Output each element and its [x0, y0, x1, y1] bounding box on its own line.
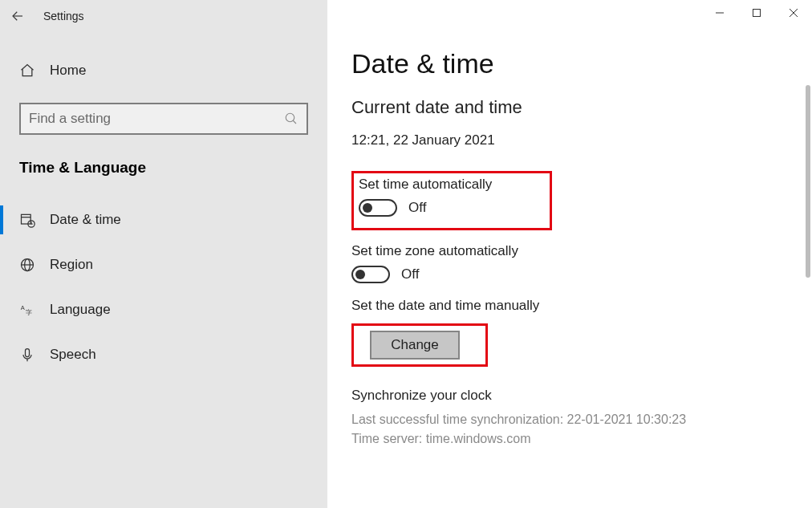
- svg-text:A: A: [21, 304, 25, 311]
- svg-rect-6: [22, 214, 31, 224]
- window-title: Settings: [35, 10, 84, 22]
- current-datetime-value: 12:21, 22 January 2021: [351, 132, 812, 148]
- back-button[interactable]: [0, 0, 35, 32]
- microphone-icon: [19, 347, 50, 363]
- scrollbar[interactable]: [806, 85, 810, 278]
- sidebar: Home Find a setting Time & Language Date…: [0, 0, 327, 508]
- sidebar-item-speech[interactable]: Speech: [0, 332, 327, 377]
- sidebar-item-region[interactable]: Region: [0, 242, 327, 287]
- current-heading: Current date and time: [351, 97, 812, 118]
- page-title: Date & time: [351, 48, 812, 79]
- home-icon: [19, 63, 50, 79]
- highlight-set-time-auto: Set time automatically Off: [351, 171, 552, 230]
- sync-last-line: Last successful time synchronization: 22…: [351, 410, 812, 429]
- search-icon: [284, 112, 298, 126]
- sync-server-line: Time server: time.windows.com: [351, 429, 812, 449]
- svg-text:字: 字: [26, 308, 32, 316]
- set-time-auto-label: Set time automatically: [359, 177, 545, 193]
- calendar-clock-icon: [19, 212, 50, 228]
- globe-icon: [19, 257, 50, 273]
- home-button[interactable]: Home: [19, 48, 308, 93]
- change-button[interactable]: Change: [370, 331, 460, 360]
- sidebar-item-language[interactable]: A字 Language: [0, 287, 327, 332]
- set-tz-auto-label: Set time zone automatically: [351, 243, 812, 259]
- search-placeholder: Find a setting: [29, 111, 284, 127]
- home-label: Home: [50, 63, 86, 79]
- sidebar-item-label: Speech: [50, 347, 96, 363]
- sync-heading: Synchronize your clock: [351, 388, 812, 404]
- titlebar: Settings: [0, 0, 812, 32]
- highlight-change-button: Change: [351, 323, 488, 367]
- sidebar-section-title: Time & Language: [19, 159, 308, 183]
- svg-line-5: [293, 120, 296, 124]
- set-tz-auto-toggle[interactable]: [351, 266, 390, 283]
- svg-point-4: [286, 113, 294, 122]
- set-time-auto-state: Off: [408, 200, 426, 216]
- change-button-label: Change: [391, 337, 439, 353]
- sidebar-item-label: Region: [50, 257, 93, 273]
- search-input[interactable]: Find a setting: [19, 103, 308, 135]
- content-panel: Date & time Current date and time 12:21,…: [327, 0, 812, 508]
- sidebar-item-date-time[interactable]: Date & time: [0, 197, 327, 242]
- sidebar-item-label: Language: [50, 302, 111, 318]
- set-manual-label: Set the date and time manually: [351, 298, 812, 314]
- sidebar-nav: Date & time Region A字 Language Speech: [0, 197, 327, 377]
- language-icon: A字: [19, 302, 50, 318]
- set-time-auto-toggle[interactable]: [359, 199, 397, 217]
- set-tz-auto-state: Off: [401, 266, 419, 282]
- svg-rect-14: [26, 349, 30, 357]
- sidebar-item-label: Date & time: [50, 212, 121, 228]
